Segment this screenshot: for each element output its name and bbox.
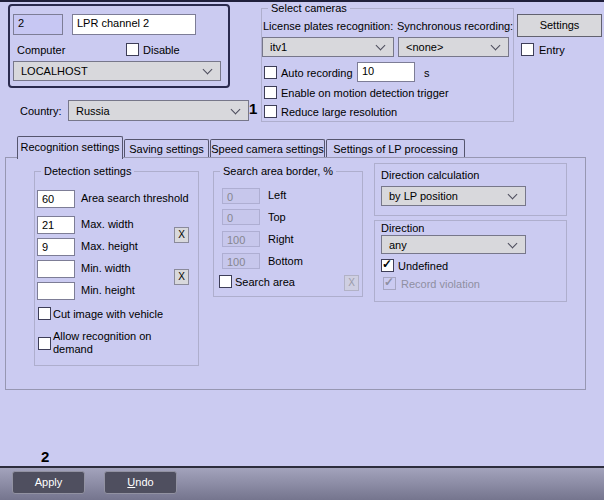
- cut-image-with-vehicle-label: Cut image with vehicle: [53, 308, 163, 320]
- direction-select[interactable]: any: [381, 235, 526, 254]
- undo-button-rest: ndo: [135, 476, 153, 488]
- motion-trigger-checkbox[interactable]: [264, 86, 277, 99]
- search-area-bottom-label: Bottom: [268, 255, 303, 267]
- country-select[interactable]: Russia: [68, 100, 249, 121]
- tab-recognition-settings[interactable]: Recognition settings: [17, 136, 123, 159]
- annotation-marker-2: 2: [41, 448, 49, 465]
- auto-recording-checkbox[interactable]: [264, 66, 277, 79]
- auto-recording-duration-field[interactable]: 10: [357, 62, 415, 82]
- chevron-down-icon: [508, 238, 518, 248]
- max-height-field[interactable]: 9: [37, 238, 75, 256]
- entry-checkbox[interactable]: [521, 43, 534, 56]
- min-width-field[interactable]: [37, 260, 75, 278]
- chevron-down-icon: [376, 41, 386, 51]
- entry-label: Entry: [539, 44, 565, 56]
- area-search-threshold-field[interactable]: 60: [37, 190, 75, 208]
- auto-recording-unit-label: s: [424, 67, 430, 79]
- disable-checkbox[interactable]: [126, 43, 139, 56]
- min-height-field[interactable]: [37, 282, 75, 300]
- search-area-label: Search area: [235, 276, 295, 288]
- disable-label: Disable: [143, 44, 180, 56]
- computer-select[interactable]: LOCALHOST: [13, 61, 221, 81]
- country-label: Country:: [20, 105, 62, 117]
- search-area-left-label: Left: [268, 189, 286, 201]
- min-width-label: Min. width: [81, 262, 131, 274]
- lpr-channel-settings-dialog: 2 LPR channel 2 Computer Disable LOCALHO…: [0, 0, 604, 500]
- lpr-camera-select-value: itv1: [270, 41, 287, 53]
- select-cameras-title: Select cameras: [268, 2, 350, 14]
- undefined-label: Undefined: [398, 260, 448, 272]
- undo-button[interactable]: Undo: [104, 471, 177, 494]
- search-area-top-label: Top: [268, 211, 286, 223]
- lpr-camera-label: License plates recognition:: [263, 20, 393, 32]
- sync-recording-label: Synchronous recording:: [397, 20, 513, 32]
- search-area-border-title: Search area border, %: [220, 165, 336, 177]
- lpr-camera-select[interactable]: itv1: [262, 37, 394, 57]
- record-violation-checkbox: ✓: [383, 277, 396, 290]
- detection-settings-title: Detection settings: [41, 165, 134, 177]
- apply-button[interactable]: Apply: [12, 471, 85, 494]
- cut-image-with-vehicle-checkbox[interactable]: [38, 307, 51, 320]
- sync-recording-select-value: <none>: [406, 41, 443, 53]
- search-area-top-field: 0: [222, 209, 260, 225]
- direction-calculation-title: Direction calculation: [381, 169, 479, 181]
- tab-saving-settings[interactable]: Saving settings: [124, 139, 209, 158]
- computer-label: Computer: [17, 44, 65, 56]
- check-icon: ✓: [384, 275, 394, 289]
- allow-recognition-on-demand-label: Allow recognition on demand: [53, 330, 171, 356]
- tab-speed-camera-settings[interactable]: Speed camera settings: [210, 139, 325, 158]
- clear-min-size-button[interactable]: X: [174, 269, 189, 285]
- search-area-right-field: 100: [222, 231, 260, 247]
- chevron-down-icon: [231, 104, 241, 114]
- search-area-left-field: 0: [222, 188, 260, 204]
- reduce-resolution-label: Reduce large resolution: [281, 106, 397, 118]
- clear-search-area-button: X: [344, 275, 359, 291]
- max-height-label: Max. height: [81, 240, 138, 252]
- settings-button[interactable]: Settings: [517, 14, 602, 37]
- annotation-marker-1: 1: [249, 100, 257, 117]
- sync-recording-select[interactable]: <none>: [398, 37, 509, 57]
- min-height-label: Min. height: [81, 284, 135, 296]
- search-area-bottom-field: 100: [222, 253, 260, 269]
- check-icon: ✓: [382, 257, 392, 271]
- max-width-field[interactable]: 21: [37, 216, 75, 234]
- auto-recording-label: Auto recording: [281, 67, 353, 79]
- allow-recognition-on-demand-checkbox[interactable]: [38, 337, 51, 350]
- chevron-down-icon: [508, 190, 518, 200]
- direction-value: any: [389, 239, 407, 251]
- direction-calculation-select[interactable]: by LP position: [381, 186, 526, 206]
- clear-max-size-button[interactable]: X: [174, 227, 189, 243]
- direction-calculation-value: by LP position: [389, 190, 458, 202]
- chevron-down-icon: [203, 65, 213, 75]
- direction-title: Direction: [381, 222, 424, 234]
- max-width-label: Max. width: [81, 218, 134, 230]
- search-area-right-label: Right: [268, 233, 294, 245]
- channel-name-field[interactable]: LPR channel 2: [72, 14, 196, 35]
- computer-select-value: LOCALHOST: [21, 65, 88, 77]
- bottom-toolbar: [0, 466, 604, 500]
- record-violation-label: Record violation: [401, 278, 480, 290]
- reduce-resolution-checkbox[interactable]: [264, 105, 277, 118]
- channel-id-field[interactable]: 2: [13, 14, 63, 35]
- country-select-value: Russia: [76, 105, 110, 117]
- search-area-checkbox[interactable]: [219, 275, 232, 288]
- area-search-threshold-label: Area search threshold: [81, 192, 189, 204]
- tab-settings-of-lp-processing[interactable]: Settings of LP processing: [326, 139, 465, 158]
- undefined-checkbox[interactable]: ✓: [381, 259, 394, 272]
- chevron-down-icon: [491, 41, 501, 51]
- motion-trigger-label: Enable on motion detection trigger: [281, 87, 449, 99]
